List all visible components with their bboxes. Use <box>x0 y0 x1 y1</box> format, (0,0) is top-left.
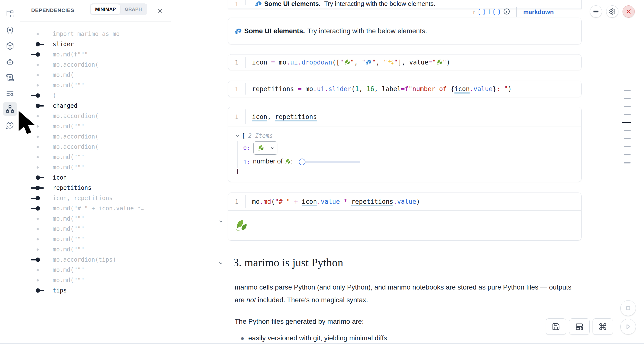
minimap-item-label: mo.md("# " + icon.value *… <box>53 205 144 212</box>
scroll-indicator-line[interactable] <box>624 146 630 147</box>
command-palette-button[interactable] <box>592 318 613 335</box>
layout-icon <box>575 322 584 331</box>
interrupt-button[interactable] <box>620 300 636 316</box>
dependencies-icon[interactable] <box>3 102 17 116</box>
slider-track[interactable] <box>302 161 360 163</box>
paragraph: The Python files generated by marimo are… <box>235 315 581 328</box>
minimap-item[interactable]: mo.accordion(tips) <box>20 255 171 265</box>
md-output-text: Try interacting with the below elements. <box>307 27 427 35</box>
output-collapse-chevron-icon[interactable] <box>218 219 223 225</box>
code-line[interactable]: icon, repetitions <box>246 113 317 120</box>
scroll-indicator-line[interactable] <box>624 106 630 107</box>
r-toggle-checkbox[interactable] <box>478 9 485 15</box>
tab-minimap[interactable]: MINIMAP <box>91 5 120 14</box>
minimap-item[interactable]: repetitions <box>20 183 171 193</box>
layout-toggle-button[interactable] <box>569 318 590 335</box>
minimap-item[interactable]: icon <box>20 173 171 183</box>
markdown-output-cell[interactable]: Some UI elements. Try interacting with t… <box>228 18 582 45</box>
code-line[interactable]: mo.md("# " + icon.value * repetitions.va… <box>246 198 420 205</box>
minimap-item[interactable]: mo.md(""" <box>20 152 171 162</box>
cell-dot-icon <box>31 60 44 70</box>
minimap-item[interactable]: mo.md(""" <box>20 244 171 255</box>
cell-edge-icon <box>31 39 44 49</box>
minimap-item-label: mo.md(""" <box>53 226 84 232</box>
wave-emoji <box>255 0 262 8</box>
packages-icon[interactable] <box>3 39 17 53</box>
language-label[interactable]: markdown <box>523 9 554 16</box>
code-cell-slider[interactable]: 1 repetitions = mo.ui.slider(1, 16, labe… <box>228 81 582 97</box>
wave-emoji <box>234 27 242 35</box>
md-output-bold: Some UI elements. <box>244 27 305 35</box>
code-cell-dropdown[interactable]: 1 icon = mo.ui.dropdown(["", "", ""], va… <box>228 54 582 70</box>
scroll-indicator-line[interactable] <box>624 98 630 99</box>
r-toggle-label: r <box>473 9 475 16</box>
minimap-item[interactable]: mo.md(""" <box>20 265 171 275</box>
dropdown-widget[interactable] <box>254 141 277 155</box>
minimap-item[interactable]: mo.accordion( <box>20 142 171 152</box>
minimap-item-label: mo.md(""" <box>53 236 84 243</box>
minimap-item[interactable]: tips <box>20 285 171 296</box>
scroll-indicator-line[interactable] <box>624 90 630 91</box>
minimap-item[interactable]: mo.md("# " + icon.value *… <box>20 203 171 214</box>
minimap-item[interactable]: mo.md(""" <box>20 275 171 285</box>
minimap-item[interactable]: mo.md(""" <box>20 224 171 234</box>
tree-collapse-chevron-icon[interactable] <box>235 134 240 139</box>
scroll-indicator-line[interactable] <box>624 114 630 115</box>
scroll-indicator-line[interactable] <box>624 130 630 131</box>
bullet-text: easily versioned with git, yielding mini… <box>248 334 387 342</box>
minimap-item[interactable]: ( <box>20 90 171 101</box>
minimap-item-label: repetitions <box>53 185 92 191</box>
minimap-item[interactable]: mo.md(""" <box>20 162 171 173</box>
minimap-item[interactable]: mo.md(""" <box>20 234 171 244</box>
scroll-indicator-line[interactable] <box>624 162 630 163</box>
panel-close-button[interactable] <box>156 6 164 15</box>
minimap-item-label: mo.md(""" <box>53 277 84 284</box>
minimap-item[interactable]: mo.md(""" <box>20 214 171 224</box>
minimap-item[interactable]: mo.md(""" <box>20 80 171 90</box>
minimap-item[interactable]: mo.accordion( <box>20 111 171 121</box>
minimap-item-label: changed <box>53 102 77 109</box>
scroll-indicator-line[interactable] <box>624 154 630 155</box>
notebook-menu-button[interactable] <box>590 5 602 18</box>
minimap-item[interactable]: import marimo as mo <box>20 29 171 39</box>
info-icon[interactable] <box>503 8 510 16</box>
save-button[interactable] <box>546 318 566 335</box>
marimo-app: DEPENDENCIES MINIMAP GRAPH import marimo… <box>0 0 644 344</box>
code-line[interactable]: repetitions = mo.ui.slider(1, 16, label=… <box>246 85 512 93</box>
minimap-item[interactable]: mo.md(""" <box>20 121 171 131</box>
run-button[interactable] <box>620 319 636 334</box>
notebook-area: 1 Some UI elements. Try interacting with… <box>171 0 644 344</box>
f-toggle-checkbox[interactable] <box>494 9 500 15</box>
tab-graph[interactable]: GRAPH <box>120 5 146 14</box>
code-line[interactable]: icon = mo.ui.dropdown(["", "", ""], valu… <box>246 59 450 66</box>
file-tree-icon[interactable] <box>3 7 17 21</box>
help-icon[interactable] <box>3 118 17 132</box>
minimap-item-label: mo.accordion( <box>53 133 98 140</box>
slider-thumb[interactable] <box>299 158 306 165</box>
minimap-item[interactable]: slider <box>20 39 171 49</box>
play-icon <box>624 323 632 330</box>
minimap-item[interactable]: mo.md( <box>20 70 171 80</box>
ai-assistant-icon[interactable] <box>3 55 17 69</box>
minimap-item[interactable]: mo.accordion( <box>20 60 171 70</box>
minimap-item[interactable]: changed <box>20 101 171 111</box>
code-cell-md[interactable]: 1 mo.md("# " + icon.value * repetitions.… <box>228 193 582 241</box>
shutdown-button[interactable] <box>622 5 635 18</box>
minimap-item[interactable]: mo.md(f""" <box>20 49 171 60</box>
paragraph: marimo cells parse Python (and only Pyth… <box>235 281 581 306</box>
minimap-item[interactable]: icon, repetitions <box>20 193 171 203</box>
settings-button[interactable] <box>606 5 618 18</box>
variables-icon[interactable] <box>3 23 17 37</box>
menu-icon <box>592 8 599 15</box>
code-cell-expression[interactable]: 1 icon, repetitions [ 2 Items 0: 1: numb… <box>228 107 582 182</box>
toolbar-divider <box>516 7 517 17</box>
scroll-indicator-line[interactable] <box>624 138 630 139</box>
minimap-item[interactable]: mo.accordion( <box>20 131 171 142</box>
logs-icon[interactable] <box>3 71 17 85</box>
scroll-indicator-line[interactable] <box>622 122 631 123</box>
snippets-search-icon[interactable] <box>3 86 17 100</box>
leaf-emoji <box>436 59 442 66</box>
minimap-list: import marimo as moslidermo.md(f"""mo.ac… <box>20 29 171 296</box>
heading-output <box>228 211 581 240</box>
section-collapse-chevron-icon[interactable] <box>218 261 223 266</box>
